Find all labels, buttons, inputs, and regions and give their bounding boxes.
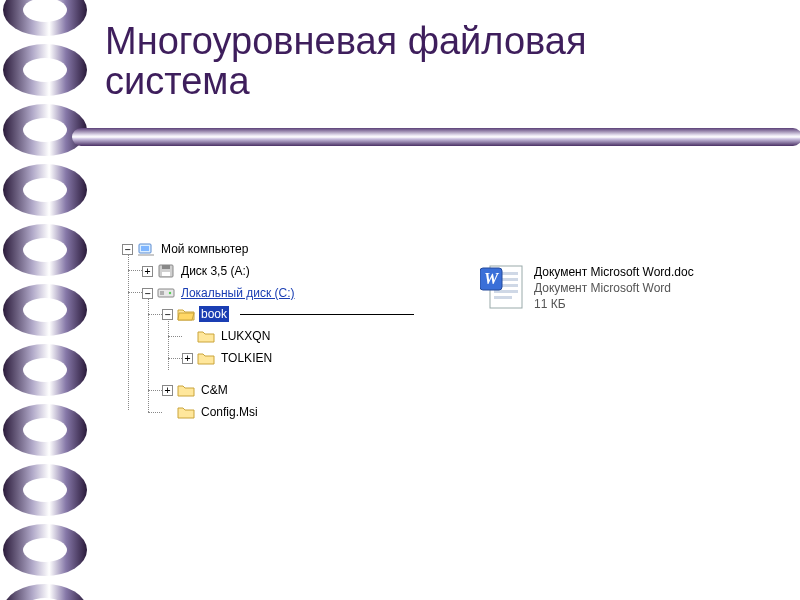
document-filename: Документ Microsoft Word.doc: [534, 264, 694, 280]
folder-open-icon: [177, 306, 195, 322]
tree-label: Config.Msi: [199, 404, 260, 420]
word-icon: W: [480, 264, 526, 310]
expand-icon[interactable]: +: [182, 353, 193, 364]
svg-point-13: [23, 358, 67, 382]
document-type: Документ Microsoft Word: [534, 280, 694, 296]
horizontal-rule: [72, 128, 800, 146]
svg-rect-37: [494, 296, 512, 299]
tree-label: C&M: [199, 382, 230, 398]
tree-node-lukxqn[interactable]: LUKXQN: [182, 328, 272, 344]
floppy-icon: [157, 262, 175, 280]
svg-point-5: [23, 118, 67, 142]
folder-icon: [197, 328, 215, 344]
tree-node-tolkien[interactable]: + TOLKIEN: [182, 350, 274, 366]
folder-icon: [177, 404, 195, 420]
computer-icon: [137, 240, 155, 258]
document-item[interactable]: W Документ Microsoft Word.doc Документ M…: [480, 264, 694, 313]
expand-icon[interactable]: +: [142, 266, 153, 277]
svg-point-11: [23, 298, 67, 322]
collapse-icon[interactable]: −: [122, 244, 133, 255]
svg-rect-22: [72, 128, 800, 146]
tree-node-config[interactable]: Config.Msi: [162, 404, 260, 420]
svg-point-7: [23, 178, 67, 202]
tree-label: LUKXQN: [219, 328, 272, 344]
tree-label: TOLKIEN: [219, 350, 274, 366]
svg-point-9: [23, 238, 67, 262]
svg-point-31: [169, 292, 171, 294]
svg-point-20: [3, 584, 87, 600]
folder-icon: [197, 350, 215, 366]
svg-point-17: [23, 478, 67, 502]
expand-icon[interactable]: +: [162, 385, 173, 396]
tree-node-my-computer[interactable]: − Мой компьютер: [122, 240, 250, 258]
tree-label: Мой компьютер: [159, 241, 250, 257]
svg-text:W: W: [484, 270, 500, 287]
folder-icon: [177, 382, 195, 398]
connector-line: [240, 314, 414, 315]
svg-rect-30: [160, 291, 164, 295]
spiral-binding: // generate coils via DOM since inline r…: [0, 0, 90, 600]
svg-point-19: [23, 538, 67, 562]
tree-label: Локальный диск (С:): [179, 285, 297, 301]
tree-node-cm[interactable]: + C&M: [162, 382, 230, 398]
tree-label: Диск 3,5 (A:): [179, 263, 252, 279]
svg-rect-25: [138, 254, 154, 256]
svg-rect-28: [162, 272, 170, 276]
tree-node-local-disk[interactable]: − Локальный диск (С:): [142, 284, 297, 302]
svg-point-3: [23, 58, 67, 82]
svg-rect-27: [162, 265, 170, 269]
tree-node-book[interactable]: − book: [162, 306, 229, 322]
tree-label-selected: book: [199, 306, 229, 322]
svg-rect-24: [141, 246, 149, 251]
collapse-icon[interactable]: −: [142, 288, 153, 299]
document-size: 11 КБ: [534, 296, 694, 312]
collapse-icon[interactable]: −: [162, 309, 173, 320]
disk-icon: [157, 284, 175, 302]
file-tree[interactable]: − Мой компьютер + Диск 3,5 (A:) − Локаль…: [122, 240, 722, 440]
svg-point-15: [23, 418, 67, 442]
slide-title: Многоуровневая файловаясистема: [105, 22, 587, 102]
tree-node-floppy[interactable]: + Диск 3,5 (A:): [142, 262, 252, 280]
